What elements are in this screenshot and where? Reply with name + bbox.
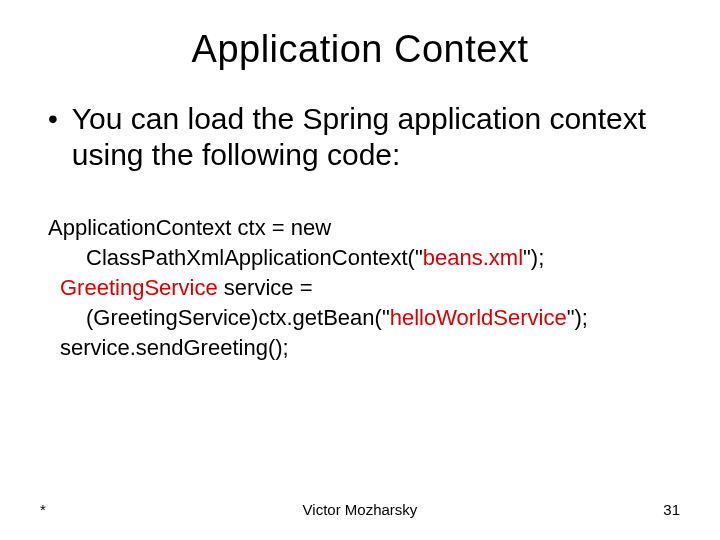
slide-number: 31 <box>663 501 680 518</box>
code-block: ApplicationContext ctx = new ClassPathXm… <box>40 213 680 363</box>
code-highlight-greeting: GreetingService <box>60 275 218 300</box>
code-line-1: ApplicationContext ctx = new <box>48 213 680 243</box>
footer: * Victor Mozharsky 31 <box>0 501 720 518</box>
bullet-marker: • <box>48 101 58 137</box>
bullet-item: • You can load the Spring application co… <box>40 101 680 173</box>
code-line-4: (GreetingService)ctx.getBean("helloWorld… <box>48 303 680 333</box>
code-seg: (GreetingService)ctx.getBean(" <box>86 305 390 330</box>
code-highlight-service: helloWorldService <box>390 305 567 330</box>
code-seg: "); <box>567 305 588 330</box>
bullet-text: You can load the Spring application cont… <box>72 101 680 173</box>
code-line-3: GreetingService service = <box>48 273 680 303</box>
code-seg: service = <box>218 275 313 300</box>
code-highlight-beans: beans.xml <box>423 245 523 270</box>
slide-title: Application Context <box>40 28 680 71</box>
code-seg: ClassPathXmlApplicationContext(" <box>86 245 423 270</box>
code-line-2: ClassPathXmlApplicationContext("beans.xm… <box>48 243 680 273</box>
footer-center: Victor Mozharsky <box>0 501 720 518</box>
footer-left: * <box>40 501 46 518</box>
code-seg: "); <box>523 245 544 270</box>
slide: Application Context • You can load the S… <box>0 0 720 540</box>
code-line-5: service.sendGreeting(); <box>48 333 680 363</box>
